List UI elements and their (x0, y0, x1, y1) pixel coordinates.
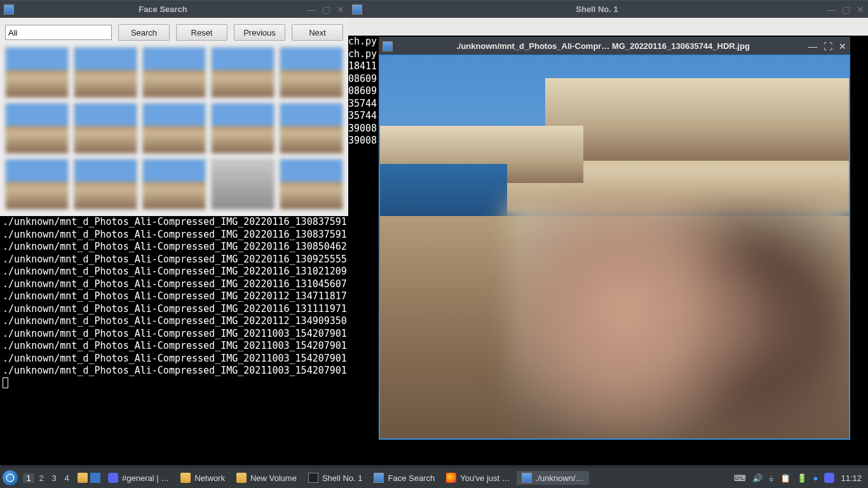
workspace-switcher: 1234 (23, 473, 72, 483)
show-desktop-icon[interactable] (90, 473, 100, 483)
terminal-fragment-line: 39008 (348, 123, 380, 135)
win-icon (522, 473, 532, 483)
result-thumbnail[interactable] (142, 159, 206, 210)
file-manager-launcher-icon[interactable] (78, 473, 88, 483)
window-icon (383, 41, 393, 51)
discord-tray-icon[interactable] (824, 473, 834, 483)
result-thumbnail[interactable] (280, 47, 343, 98)
terminal-fragment: ch.pych.py184110860908609357443574439008… (348, 36, 380, 147)
terminal-fragment-line: 39008 (348, 135, 380, 147)
result-thumbnail[interactable] (211, 159, 275, 210)
clock[interactable]: 11:12 (841, 473, 862, 483)
terminal-line: ./unknown/mnt_d_Photos_Ali-Compressed_IM… (3, 303, 379, 316)
battery-icon[interactable]: 🔋 (797, 473, 807, 483)
taskbar-items: #general | …NetworkNew VolumeShell No. 1… (103, 471, 589, 485)
taskbar-item-label: Face Search (388, 473, 435, 483)
face-search-titlebar[interactable]: Face Search — ▢ ✕ (0, 0, 348, 18)
term-icon (308, 473, 318, 483)
discord-icon (108, 473, 118, 483)
start-menu-button[interactable] (3, 470, 18, 485)
result-thumbnail[interactable] (74, 159, 137, 210)
taskbar-item[interactable]: You've just … (441, 471, 515, 485)
folder-icon (236, 473, 247, 483)
terminal-line: ./unknown/mnt_d_Photos_Ali-Compressed_IM… (3, 353, 379, 365)
terminal-line: ./unknown/mnt_d_Photos_Ali-Compressed_IM… (3, 241, 379, 254)
terminal-line: ./unknown/mnt_d_Photos_Ali-Compressed_IM… (3, 266, 379, 278)
keyboard-icon[interactable]: ⌨ (734, 473, 746, 483)
next-button[interactable]: Next (292, 24, 343, 41)
taskbar-item-label: New Volume (250, 473, 297, 483)
result-thumbnail[interactable] (211, 47, 275, 98)
image-viewer-window[interactable] (379, 55, 850, 440)
reset-button[interactable]: Reset (176, 24, 227, 41)
volume-icon[interactable]: 🔊 (752, 473, 763, 483)
taskbar-item-label: ./unknown/… (536, 473, 584, 483)
workspace-1[interactable]: 1 (23, 473, 34, 483)
terminal-line: ./unknown/mnt_d_Photos_Ali-Compressed_IM… (3, 365, 379, 377)
wifi-icon[interactable]: ⏚ (769, 473, 774, 483)
image-viewer-title: ./unknown/mnt_d_Photos_Ali-Compr… MG_202… (398, 41, 808, 51)
terminal-line: ./unknown/mnt_d_Photos_Ali-Compressed_IM… (3, 254, 379, 266)
terminal-line: ./unknown/mnt_d_Photos_Ali-Compressed_IM… (3, 216, 379, 229)
image-viewer-titlebar[interactable]: ./unknown/mnt_d_Photos_Ali-Compr… MG_202… (379, 37, 850, 55)
taskbar-item[interactable]: ./unknown/… (517, 471, 589, 485)
result-thumbnail[interactable] (74, 103, 137, 154)
terminal-line: ./unknown/mnt_d_Photos_Ali-Compressed_IM… (3, 229, 379, 241)
taskbar-item[interactable]: New Volume (231, 471, 302, 485)
terminal-line: ./unknown/mnt_d_Photos_Ali-Compressed_IM… (3, 290, 379, 303)
taskbar-item[interactable]: Face Search (369, 471, 440, 485)
maximize-icon[interactable]: ▢ (322, 4, 330, 15)
minimize-icon[interactable]: — (827, 4, 836, 15)
result-thumbnail[interactable] (5, 159, 69, 210)
clipboard-icon[interactable]: 📋 (780, 473, 790, 483)
terminal-fragment-line: 08609 (348, 73, 380, 86)
taskbar-item[interactable]: #general | … (103, 471, 174, 485)
previous-button[interactable]: Previous (234, 24, 285, 41)
taskbar-item-label: You've just … (460, 473, 510, 483)
result-thumbnail[interactable] (5, 103, 69, 154)
maximize-icon[interactable]: ⛶ (824, 41, 832, 51)
close-icon[interactable]: ✕ (839, 41, 846, 51)
window-icon (4, 4, 14, 15)
result-thumbnail[interactable] (5, 47, 69, 98)
face-search-window: Search Reset Previous Next (0, 18, 348, 216)
displayed-photo (380, 56, 849, 438)
minimize-icon[interactable]: — (808, 41, 817, 51)
terminal-fragment-line: 35744 (348, 98, 380, 111)
terminal-output[interactable]: ./unknown/mnt_d_Photos_Ali-Compressed_IM… (0, 216, 379, 391)
terminal-fragment-line: 18411 (348, 60, 380, 73)
ff-icon (446, 473, 456, 483)
terminal-fragment-line: 35744 (348, 110, 380, 123)
terminal-line: ./unknown/mnt_d_Photos_Ali-Compressed_IM… (3, 340, 379, 353)
search-input[interactable] (5, 25, 112, 40)
shell-window-title: Shell No. 1 (367, 4, 827, 14)
terminal-fragment-line: 08609 (348, 85, 380, 98)
taskbar-item-label: Network (194, 473, 225, 483)
system-tray: ⌨ 🔊 ⏚ 📋 🔋 ● 11:12 (734, 473, 865, 483)
close-icon[interactable]: ✕ (337, 4, 344, 15)
result-thumbnail[interactable] (280, 103, 343, 154)
taskbar-item[interactable]: Shell No. 1 (303, 471, 368, 485)
taskbar-item-label: #general | … (122, 473, 169, 483)
taskbar-item[interactable]: Network (175, 471, 230, 485)
result-thumbnail[interactable] (142, 103, 206, 154)
terminal-line: ./unknown/mnt_d_Photos_Ali-Compressed_IM… (3, 278, 379, 291)
result-thumbnail[interactable] (74, 47, 137, 98)
close-icon[interactable]: ✕ (857, 4, 864, 15)
workspace-2[interactable]: 2 (36, 473, 47, 483)
taskbar-item-label: Shell No. 1 (322, 473, 363, 483)
result-thumbnail[interactable] (280, 159, 343, 210)
taskbar: 1234 #general | …NetworkNew VolumeShell … (0, 468, 868, 488)
notification-icon[interactable]: ● (813, 473, 818, 483)
terminal-cursor (3, 377, 8, 388)
folder-icon (180, 473, 191, 483)
search-button[interactable]: Search (118, 24, 170, 41)
face-search-toolbar: Search Reset Previous Next (5, 24, 343, 41)
maximize-icon[interactable]: ▢ (842, 4, 850, 15)
result-thumbnail[interactable] (142, 47, 206, 98)
workspace-3[interactable]: 3 (48, 473, 60, 483)
workspace-4[interactable]: 4 (61, 473, 72, 483)
shell-window-titlebar[interactable]: Shell No. 1 — ▢ ✕ (348, 0, 868, 18)
minimize-icon[interactable]: — (307, 4, 316, 15)
result-thumbnail[interactable] (211, 103, 275, 154)
